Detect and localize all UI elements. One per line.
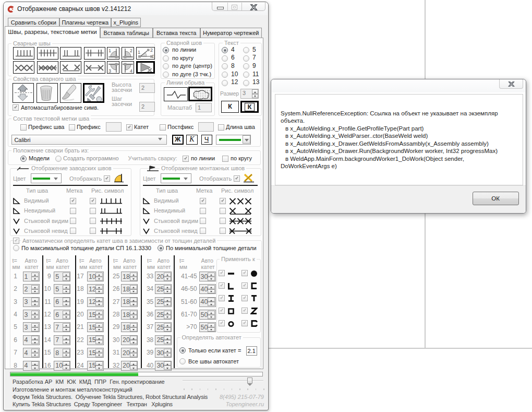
svg-text:1: 1: [108, 48, 111, 53]
svg-text:2: 2: [130, 48, 132, 53]
svg-text:1: 1: [138, 50, 140, 55]
svg-text:2: 2: [150, 48, 153, 53]
svg-text:3: 3: [152, 54, 154, 58]
svg-text:3: 3: [108, 68, 111, 73]
svg-text:4: 4: [130, 68, 132, 73]
